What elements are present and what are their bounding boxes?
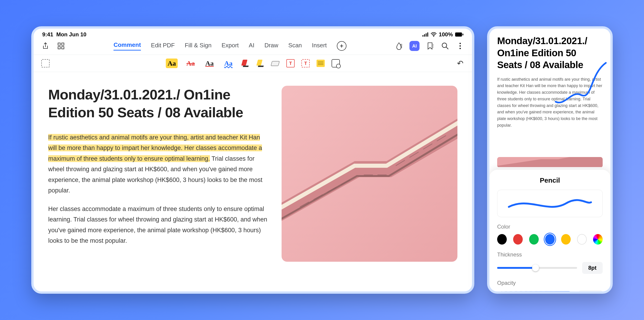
selection-tool[interactable]	[41, 59, 50, 68]
svg-rect-9	[58, 47, 60, 49]
highlight-tool[interactable]: Aa	[166, 59, 178, 68]
svg-rect-0	[422, 35, 424, 37]
svg-line-18	[446, 47, 448, 49]
paragraph-1: If rustic aesthetics and animal motifs a…	[48, 132, 268, 196]
opacity-label: Opacity	[497, 280, 603, 286]
battery-icon	[455, 33, 463, 37]
svg-point-4	[433, 36, 434, 37]
ai-button[interactable]: AI	[410, 41, 420, 51]
thickness-value: 8pt	[582, 262, 603, 274]
phone-document: Monday/31.01.2021./ On1ine Edition 50 Se…	[490, 29, 610, 152]
tab-fill-sign[interactable]: Fill & Sign	[185, 42, 212, 50]
phone-device: Monday/31.01.2021./ On1ine Edition 50 Se…	[487, 26, 613, 294]
svg-rect-5	[455, 33, 462, 37]
strikethrough-tool[interactable]: Aa	[184, 59, 197, 68]
svg-point-21	[460, 48, 461, 49]
search-icon[interactable]	[440, 41, 450, 51]
svg-point-20	[460, 45, 461, 47]
swatch-white[interactable]	[577, 234, 587, 245]
opacity-value: 100%	[579, 290, 603, 294]
thickness-label: Thickness	[497, 251, 603, 258]
swatch-yellow[interactable]	[561, 234, 571, 245]
opacity-slider[interactable]	[497, 291, 574, 294]
phone-image-thumb	[497, 157, 603, 168]
yellow-marker-tool[interactable]	[256, 59, 264, 68]
status-date: Mon Jun 10	[56, 31, 86, 38]
add-tab-button[interactable]: +	[337, 41, 346, 51]
stamp-tool[interactable]	[332, 59, 340, 68]
document-page: Monday/31.01.2021./ On1ine Edition 50 Se…	[34, 72, 472, 290]
svg-rect-6	[462, 34, 463, 36]
red-marker-tool[interactable]	[241, 59, 250, 68]
signal-icon	[422, 33, 428, 37]
svg-rect-2	[426, 33, 426, 37]
page-title: Monday/31.01.2021./ On1ine Edition 50 Se…	[48, 86, 268, 121]
tab-edit-pdf[interactable]: Edit PDF	[151, 42, 175, 50]
mode-tabs: Comment Edit PDF Fill & Sign Export AI D…	[66, 41, 394, 51]
color-swatches	[497, 234, 603, 245]
status-time: 9:41	[42, 31, 53, 38]
underline-tool[interactable]: Aa	[204, 59, 216, 68]
page-image	[282, 86, 458, 262]
tab-comment[interactable]: Comment	[114, 41, 141, 51]
thickness-slider[interactable]	[497, 267, 577, 269]
status-bar: 9:41 Mon Jun 10 100%	[34, 29, 472, 39]
svg-rect-1	[424, 34, 425, 37]
svg-rect-3	[427, 33, 428, 37]
textbox-tool[interactable]: T	[286, 59, 294, 68]
tab-ai[interactable]: AI	[249, 42, 254, 50]
svg-rect-10	[62, 47, 64, 49]
more-icon[interactable]	[456, 41, 465, 51]
battery-percent: 100%	[439, 31, 453, 38]
swatch-green[interactable]	[529, 234, 539, 245]
callout-tool[interactable]: T	[302, 59, 310, 68]
swatch-custom[interactable]	[593, 234, 603, 245]
freehand-annotation[interactable]	[553, 61, 610, 111]
stroke-preview	[497, 190, 603, 217]
sticky-note-tool[interactable]	[316, 60, 325, 67]
top-toolbar: Comment Edit PDF Fill & Sign Export AI D…	[34, 39, 472, 55]
svg-rect-8	[62, 43, 64, 45]
pencil-sheet: Pencil Color Thickness 8pt Opacity	[490, 169, 610, 294]
grid-view-icon[interactable]	[56, 41, 66, 51]
tab-export[interactable]: Export	[222, 42, 239, 50]
swatch-black[interactable]	[497, 234, 507, 245]
tab-scan[interactable]: Scan	[288, 42, 302, 50]
sheet-title: Pencil	[497, 176, 603, 184]
wifi-icon	[431, 32, 437, 37]
undo-button[interactable]: ↶	[456, 59, 465, 68]
tablet-device: 9:41 Mon Jun 10 100% Comment Edit PDF Fi…	[31, 26, 474, 294]
tab-draw[interactable]: Draw	[264, 42, 278, 50]
annotation-toolbar: Aa Aa Aa Aa T T ↶	[34, 55, 472, 72]
swatch-red[interactable]	[513, 234, 523, 245]
squiggly-tool[interactable]: Aa	[222, 59, 234, 68]
eraser-tool[interactable]	[271, 59, 280, 68]
tab-insert[interactable]: Insert	[312, 42, 327, 50]
paragraph-2: Her classes accommodate a maximum of thr…	[48, 204, 268, 246]
svg-point-17	[442, 43, 447, 48]
ink-icon[interactable]	[394, 41, 404, 51]
svg-point-19	[460, 43, 461, 44]
share-icon[interactable]	[41, 41, 50, 51]
swatch-blue[interactable]	[545, 234, 555, 245]
bookmark-icon[interactable]	[426, 41, 434, 51]
svg-rect-7	[58, 43, 60, 45]
color-label: Color	[497, 223, 603, 230]
